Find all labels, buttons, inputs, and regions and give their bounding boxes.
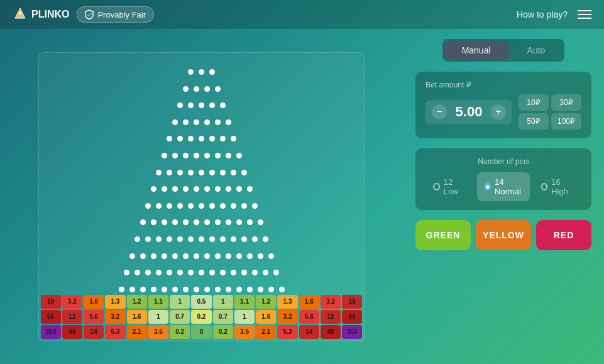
score-cell: 1.6 <box>84 295 104 309</box>
pin <box>209 170 215 175</box>
header-right: How to play? <box>517 9 591 19</box>
pin <box>199 102 204 108</box>
score-cell: 353 <box>41 325 61 339</box>
pins-section: Number of pins 12 Low14 Normal16 High <box>415 148 591 210</box>
pin <box>183 186 189 192</box>
pin <box>226 253 231 259</box>
pin <box>156 270 162 275</box>
pin <box>199 69 204 75</box>
pin <box>236 219 242 225</box>
pin <box>215 219 221 225</box>
pin <box>241 170 247 175</box>
pin <box>220 136 226 141</box>
bet-decrease-button[interactable]: − <box>432 104 447 119</box>
pin <box>236 287 242 292</box>
bet-quick-button[interactable]: 50₽ <box>519 113 549 130</box>
score-cell: 0.2 <box>191 310 211 324</box>
green-button[interactable]: GREEN <box>415 220 471 250</box>
bet-increase-button[interactable]: + <box>491 104 506 119</box>
pin <box>183 119 189 125</box>
pin <box>247 253 253 259</box>
pin <box>194 219 199 225</box>
score-cell: 49 <box>62 325 82 339</box>
red-button[interactable]: RED <box>536 220 591 250</box>
score-cell: 55 <box>342 310 362 324</box>
pins-option-14normal[interactable]: 14 Normal <box>477 172 530 201</box>
right-panel: Manual Auto Bet amount ₽ − 5.00 + 10₽30₽… <box>403 29 604 364</box>
provably-fair-button[interactable]: Provably Fair <box>77 6 154 23</box>
pin <box>183 86 189 92</box>
score-cell: 2.1 <box>127 325 147 339</box>
pins-option-label: 12 Low <box>444 177 466 196</box>
pin <box>183 253 189 259</box>
bet-input-area: − 5.00 + <box>426 100 512 124</box>
bet-quick-button[interactable]: 30₽ <box>551 94 581 111</box>
bet-quick-button[interactable]: 10₽ <box>519 94 549 111</box>
pin <box>220 203 226 209</box>
pin <box>183 219 189 225</box>
pin <box>177 203 183 209</box>
pin <box>129 253 135 259</box>
score-cell: 14 <box>299 325 319 339</box>
pin <box>183 287 189 292</box>
pin <box>167 136 172 141</box>
pin <box>151 287 156 292</box>
logo: PLINKO <box>13 7 69 22</box>
yellow-button[interactable]: YELLOW <box>476 220 531 250</box>
pin <box>162 153 167 158</box>
bet-quick-button[interactable]: 100₽ <box>551 113 581 130</box>
menu-line-3 <box>578 18 591 19</box>
radio-button <box>433 183 440 190</box>
pin <box>177 236 183 242</box>
tab-auto[interactable]: Auto <box>510 41 563 60</box>
pins-option-12low[interactable]: 12 Low <box>426 172 473 201</box>
score-row-3: 35349145.32.13.50.200.23.52.15.31449353 <box>41 325 363 339</box>
svg-point-0 <box>19 12 21 14</box>
pin <box>204 253 210 259</box>
radio-inner <box>486 185 489 189</box>
pin <box>177 270 183 275</box>
score-cell: 1.1 <box>148 295 168 309</box>
pin <box>226 219 231 225</box>
menu-button[interactable] <box>578 10 591 19</box>
score-cell: 5.3 <box>105 325 125 339</box>
pin-row <box>180 86 223 92</box>
pin <box>194 287 199 292</box>
how-to-play-link[interactable]: How to play? <box>517 9 568 19</box>
pins-option-16high[interactable]: 16 High <box>534 172 581 201</box>
pin <box>167 236 172 242</box>
score-cell: 1.6 <box>299 295 319 309</box>
pin <box>199 236 204 242</box>
pin <box>231 270 236 275</box>
pin <box>209 136 215 141</box>
score-row-1: 183.21.61.31.21.110.511.11.21.31.63.218 <box>41 295 363 309</box>
pin <box>188 203 194 209</box>
pin <box>220 170 226 175</box>
pin <box>188 102 194 108</box>
pin <box>247 219 253 225</box>
pin <box>209 236 215 242</box>
menu-line-1 <box>578 10 591 11</box>
pin <box>209 203 215 209</box>
pin <box>252 236 258 242</box>
pin <box>209 270 215 275</box>
pin-row <box>143 203 260 209</box>
pin <box>199 270 204 275</box>
pin <box>204 186 210 192</box>
board-container: 183.21.61.31.21.110.511.11.21.31.63.2185… <box>0 29 403 364</box>
pin <box>135 270 140 275</box>
bet-quick-buttons: 10₽30₽50₽100₽ <box>519 94 581 130</box>
pin <box>226 119 231 125</box>
provably-fair-label: Provably Fair <box>97 10 146 19</box>
pin <box>129 287 135 292</box>
pin <box>252 203 258 209</box>
tab-manual[interactable]: Manual <box>444 41 508 60</box>
bet-controls: − 5.00 + 10₽30₽50₽100₽ <box>426 94 581 130</box>
pin <box>236 186 242 192</box>
pin <box>119 287 124 292</box>
pin <box>162 186 167 192</box>
radio-button <box>485 183 491 190</box>
pin <box>231 136 236 141</box>
pin <box>231 170 236 175</box>
pin <box>167 270 172 275</box>
